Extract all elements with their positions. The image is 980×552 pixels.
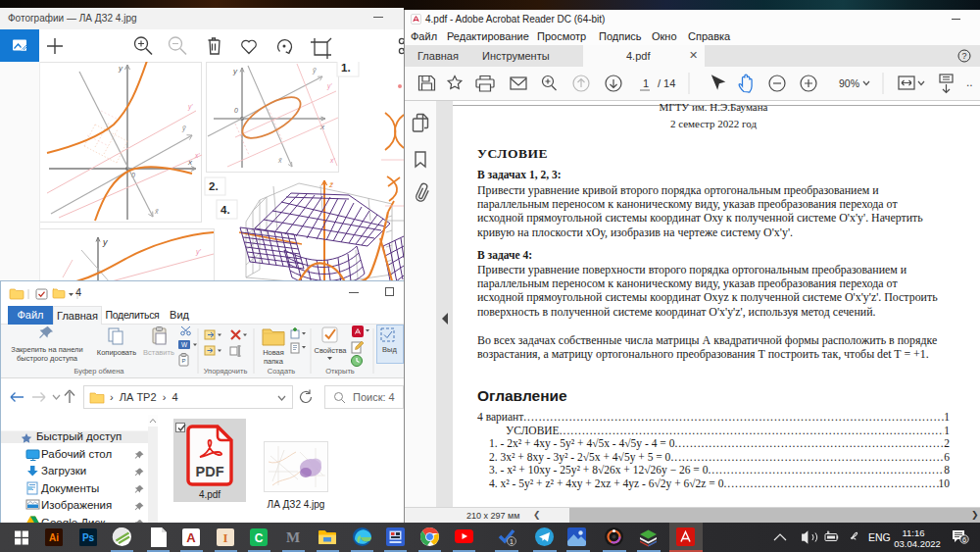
svg-text:Быстрый доступ: Быстрый доступ: [36, 430, 122, 442]
svg-text:/ 14: / 14: [658, 77, 675, 89]
svg-text:4.: 4.: [220, 204, 230, 216]
svg-text:x': x': [194, 152, 200, 159]
svg-text:2.: 2.: [209, 180, 219, 192]
svg-text:Загрузки: Загрузки: [41, 465, 86, 477]
svg-text:?: ?: [961, 51, 966, 61]
svg-text:Новая: Новая: [263, 348, 284, 357]
svg-text:Упорядочить: Упорядочить: [204, 367, 248, 376]
svg-text:90%: 90%: [839, 77, 859, 89]
svg-text:Открыть: Открыть: [325, 367, 355, 376]
svg-text:ỹ: ỹ: [181, 125, 186, 132]
svg-text:y: y: [102, 237, 108, 247]
svg-text:P: P: [181, 358, 185, 364]
svg-text:Рабочий стол: Рабочий стол: [41, 448, 112, 460]
svg-text:быстрого доступа: быстрого доступа: [17, 354, 78, 363]
svg-text:Вставить: Вставить: [143, 348, 174, 357]
svg-text:Выд: Выд: [382, 345, 397, 354]
svg-text:11:16: 11:16: [902, 527, 924, 538]
svg-text:0: 0: [234, 107, 238, 114]
svg-text:ENG: ENG: [868, 531, 891, 543]
svg-text:I: I: [222, 530, 227, 545]
svg-text:03.04.2022: 03.04.2022: [894, 538, 941, 549]
svg-text:z̃: z̃: [328, 180, 334, 189]
svg-text:M: M: [286, 529, 300, 545]
svg-text:Свойства: Свойства: [315, 346, 348, 355]
svg-text:1: 1: [510, 538, 514, 545]
svg-text:Изображения: Изображения: [41, 499, 112, 511]
svg-text:Ai: Ai: [49, 532, 59, 543]
svg-text:ỹ: ỹ: [312, 67, 317, 75]
svg-text:Создать: Создать: [268, 367, 296, 376]
svg-text:x': x': [329, 157, 335, 164]
svg-text:Буфер обмена: Буфер обмена: [74, 367, 125, 376]
svg-text:y': y': [326, 82, 332, 90]
svg-text:Ps: Ps: [82, 532, 95, 543]
svg-text:PDF: PDF: [196, 464, 224, 479]
svg-text:1.: 1.: [341, 62, 351, 74]
svg-text:6: 6: [962, 535, 966, 544]
svg-text:..: ..: [966, 75, 973, 89]
svg-text:Закрепить на панели: Закрепить на панели: [11, 345, 82, 354]
svg-text:y': y': [195, 248, 202, 256]
svg-text:Копировать: Копировать: [97, 348, 136, 357]
svg-text:Документы: Документы: [41, 482, 99, 494]
svg-text:y': y': [187, 103, 193, 111]
svg-text:A: A: [186, 530, 196, 545]
svg-text:C: C: [255, 531, 264, 545]
svg-text:W: W: [181, 341, 188, 348]
svg-text:1: 1: [643, 77, 649, 89]
svg-text:папка: папка: [264, 357, 284, 366]
